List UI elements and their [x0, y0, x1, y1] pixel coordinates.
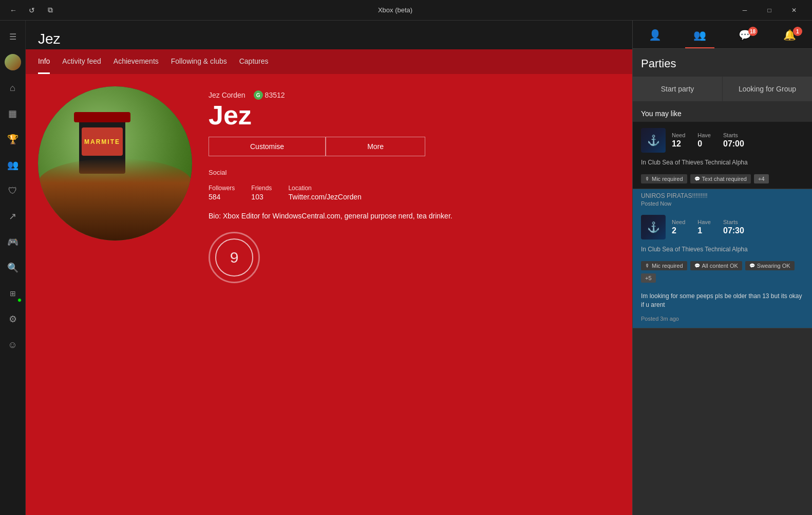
have-label-2: Have: [697, 219, 711, 225]
sidebar-avatar-item[interactable]: [1, 50, 25, 74]
need-label-2: Need: [672, 219, 685, 225]
game-thumb-img-1: ⚓: [641, 128, 666, 153]
maximize-button[interactable]: □: [758, 0, 781, 21]
sidebar-menu-toggle[interactable]: ☰: [1, 25, 25, 48]
friends-stat: Friends 103: [251, 185, 272, 201]
lfg-post-time-2: Posted 3m ago: [633, 314, 812, 328]
social-label: Social: [209, 169, 620, 176]
tab-info[interactable]: Info: [38, 49, 50, 74]
starts-label-2: Starts: [723, 219, 744, 225]
tag-mic-1: 🎙 Mic required: [641, 174, 687, 183]
lfg-more-tags-1: +4: [754, 174, 769, 183]
tag-label-content-2: All content OK: [702, 263, 738, 269]
store-icon: ▦: [8, 108, 17, 119]
lfg-stats-1: Need 12 Have 0 Starts 07:00: [672, 132, 804, 149]
lfg-card-1[interactable]: ⚓ Need 12 Have 0 Starts: [633, 122, 812, 189]
lfg-tags-1: 🎙 Mic required 💬 Text chat required +4: [633, 171, 812, 189]
hamburger-icon: ☰: [9, 32, 16, 42]
sidebar-item-store[interactable]: ▦: [1, 102, 25, 125]
mic-icon-1: 🎙: [645, 176, 650, 181]
have-value-1: 0: [697, 139, 711, 149]
trending-icon: ↗: [9, 211, 16, 222]
gamertag-display: Jez: [209, 102, 620, 128]
lfg-have-2: Have 1: [697, 219, 711, 235]
customise-button[interactable]: Customise: [209, 137, 326, 156]
profile-action-buttons: Customise More: [209, 137, 620, 156]
avatar: [5, 54, 21, 70]
lfg-need-2: Need 2: [672, 219, 685, 235]
followers-stat: Followers 584: [209, 185, 235, 201]
tab-activity[interactable]: Activity feed: [62, 49, 101, 74]
level-badge: 9: [209, 232, 260, 283]
location-value: Twitter.com/JezCorden: [288, 193, 361, 201]
tab-captures[interactable]: Captures: [239, 49, 269, 74]
followers-value: 584: [209, 193, 235, 201]
sidebar-item-trending[interactable]: ↗: [1, 205, 25, 228]
sidebar-item-home[interactable]: ⌂: [1, 76, 25, 100]
tab-following[interactable]: Following & clubs: [171, 49, 227, 74]
lfg-stats-2: Need 2 Have 1 Starts 07:30: [672, 219, 804, 235]
profile-body: Info Activity feed Achievements Followin…: [26, 49, 632, 515]
need-label-1: Need: [672, 132, 685, 138]
gamerscore-value: 83512: [265, 91, 285, 99]
sidebar-item-settings[interactable]: ⚙: [1, 307, 25, 331]
friends-nav-icon: 👤: [649, 29, 662, 41]
sidebar-item-search[interactable]: 🔍: [1, 256, 25, 280]
lfg-card-2[interactable]: UNIROS PIRATAS!!!!!!!!! Posted Now ⚓ Nee…: [633, 189, 812, 328]
achievements-icon: 🏆: [7, 134, 18, 145]
tab-achievements[interactable]: Achievements: [114, 49, 159, 74]
profile-info: Jez Corden G 83512 Jez Customise More So…: [209, 86, 620, 503]
starts-value-1: 07:00: [723, 139, 744, 149]
party-action-buttons: Start party Looking for Group: [633, 77, 812, 101]
lfg-starts-2: Starts 07:30: [723, 219, 744, 235]
starts-label-1: Starts: [723, 132, 744, 138]
back-button[interactable]: ←: [6, 3, 21, 17]
chat-icon-1: 💬: [694, 176, 700, 181]
rh-friends-btn[interactable]: 👤: [640, 25, 670, 48]
tag-label-2: Text chat required: [702, 176, 747, 182]
sidebar-item-games[interactable]: 🎮: [1, 230, 25, 254]
rh-notifications-btn[interactable]: 🔔 1: [775, 25, 804, 48]
lfg-club-2: In Club Sea of Thieves Technical Alpha: [633, 244, 812, 258]
need-value-1: 12: [672, 139, 685, 149]
messages-badge: 18: [748, 27, 758, 36]
titlebar-right-controls: ─ □ ✕: [733, 0, 806, 21]
lfg-cards-list[interactable]: ⚓ Need 12 Have 0 Starts: [633, 122, 812, 515]
clubs-icon: 🛡: [8, 186, 17, 196]
sidebar-item-friends[interactable]: 👥: [1, 153, 25, 177]
rh-messages-btn[interactable]: 💬 18: [730, 25, 760, 48]
sidebar-item-devices[interactable]: ⊞: [1, 282, 25, 305]
tag-label-swearing-2: Swearing OK: [757, 263, 790, 269]
main-content: Jez Info Activity feed Achievements Foll…: [26, 21, 632, 515]
location-stat: Location Twitter.com/JezCorden: [288, 185, 361, 201]
lfg-card-2-top: ⚓ Need 2 Have 1 Starts: [633, 209, 812, 244]
lfg-message-2: Im looking for some peeps pls be older t…: [633, 288, 812, 314]
tag-mic-2: 🎙 Mic required: [641, 261, 687, 270]
right-panel-header: 👤 👥 💬 18 🔔 1: [633, 21, 812, 49]
sidebar-item-clubs[interactable]: 🛡: [1, 179, 25, 203]
profile-name-row: Jez Corden G 83512: [209, 90, 620, 100]
mic-icon-2: 🎙: [645, 263, 650, 268]
sidebar-item-feedback[interactable]: ☺: [1, 333, 25, 357]
minimize-button[interactable]: ─: [733, 0, 757, 21]
friends-icon: 👥: [7, 159, 18, 171]
gamertag-full: Jez Corden: [209, 91, 246, 99]
looking-for-group-button[interactable]: Looking for Group: [723, 77, 812, 101]
more-button[interactable]: More: [326, 137, 425, 156]
rh-parties-btn[interactable]: 👥: [685, 25, 714, 48]
titlebar-title: Xbox (beta): [58, 6, 733, 14]
game-thumb-img-2: ⚓: [641, 215, 666, 240]
snap-button[interactable]: ⧉: [43, 3, 58, 17]
close-button[interactable]: ✕: [782, 0, 806, 21]
lfg-club-1: In Club Sea of Thieves Technical Alpha: [633, 157, 812, 171]
refresh-button[interactable]: ↺: [25, 3, 39, 17]
lfg-need-1: Need 12: [672, 132, 685, 149]
sidebar-item-achievements[interactable]: 🏆: [1, 127, 25, 151]
location-label: Location: [288, 185, 361, 192]
posted-now-2: Posted Now: [633, 200, 812, 209]
start-party-button[interactable]: Start party: [633, 77, 723, 101]
titlebar-left-controls: ← ↺ ⧉: [6, 3, 58, 17]
lfg-have-1: Have 0: [697, 132, 711, 149]
you-may-like-label: You may like: [633, 109, 812, 122]
starts-value-2: 07:30: [723, 226, 744, 235]
